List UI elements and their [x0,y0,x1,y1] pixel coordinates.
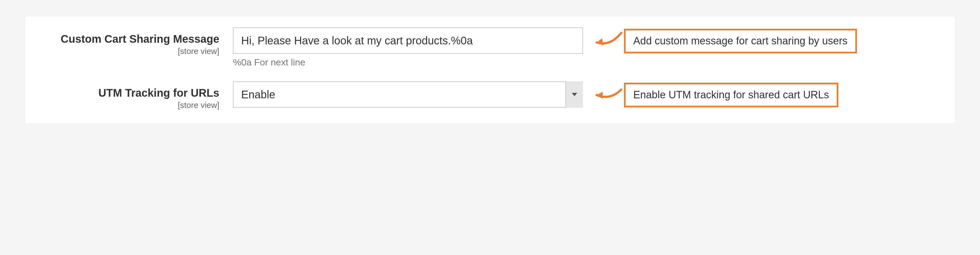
field-label-utm-tracking: UTM Tracking for URLs [99,87,219,99]
arrow-icon [591,27,624,55]
annotation-col: Enable UTM tracking for shared cart URLs [591,81,838,109]
annotation-col: Add custom message for cart sharing by u… [591,27,857,55]
field-control-col: %0a For next line [233,27,583,67]
utm-tracking-select[interactable]: Enable [233,81,583,107]
field-scope: [store view] [41,47,219,56]
field-scope: [store view] [41,101,219,110]
field-row-custom-message: Custom Cart Sharing Message [store view]… [41,27,939,67]
field-control-col: Enable [233,81,583,107]
custom-message-input[interactable] [233,27,583,54]
field-label-custom-message: Custom Cart Sharing Message [61,33,219,45]
annotation-box-custom-message: Add custom message for cart sharing by u… [624,29,857,53]
field-row-utm-tracking: UTM Tracking for URLs [store view] Enabl… [41,81,939,110]
field-label-col: UTM Tracking for URLs [store view] [41,81,233,110]
chevron-down-icon [572,93,577,96]
settings-panel: Custom Cart Sharing Message [store view]… [25,16,955,123]
select-value: Enable [233,81,583,107]
field-label-col: Custom Cart Sharing Message [store view] [41,27,233,56]
hint-text: %0a For next line [233,57,583,67]
arrow-icon [591,81,624,109]
annotation-box-utm-tracking: Enable UTM tracking for shared cart URLs [624,83,838,107]
select-dropdown-button[interactable] [565,81,583,107]
